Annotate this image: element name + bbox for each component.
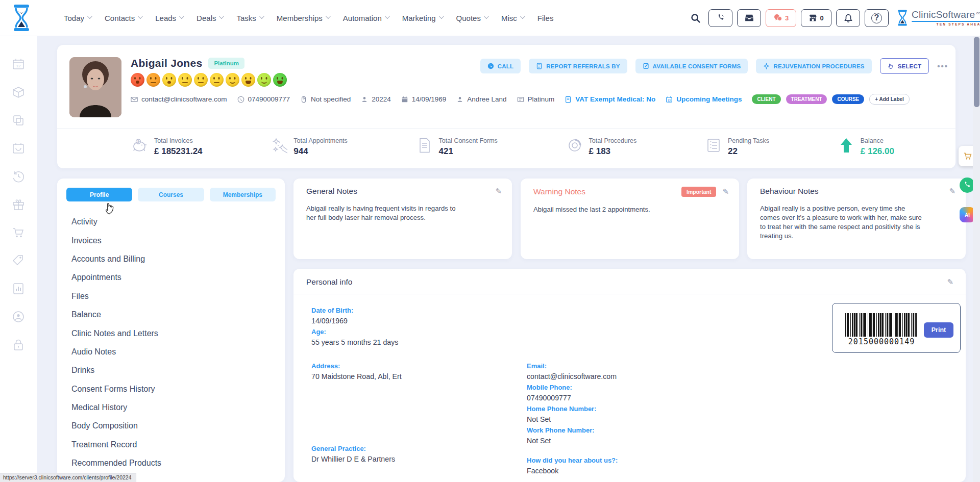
donut-chart-icon [567, 137, 583, 154]
account-icon[interactable] [11, 310, 26, 324]
nav-marketing[interactable]: Marketing [402, 14, 443, 22]
nav-tasks[interactable]: Tasks [236, 14, 262, 22]
client-photo[interactable] [69, 57, 121, 117]
upcoming-meetings-link[interactable]: 12 Upcoming Meetings [666, 95, 742, 103]
rejuvenation-button[interactable]: REJUVENATION PROCEDURES [756, 59, 871, 73]
client-email[interactable]: contact@clinicsoftware.com [131, 95, 227, 103]
edit-icon[interactable]: ✎ [947, 277, 953, 287]
package-icon[interactable] [11, 85, 26, 99]
call-button[interactable]: CALL [480, 59, 521, 73]
nav-contacts[interactable]: Contacts [105, 14, 141, 22]
mood-1[interactable] [131, 73, 144, 87]
report-icon[interactable] [11, 282, 26, 296]
mood-scale [131, 73, 287, 87]
link-preview-statusbar: https://server3.clinicsoftware.com/clien… [0, 473, 136, 482]
report-referrals-button[interactable]: REPORT REFERRALS BY [529, 59, 627, 73]
menu-item-activity[interactable]: Activity [71, 213, 285, 231]
nav-automation[interactable]: Automation [343, 14, 388, 22]
menu-item-invoices[interactable]: Invoices [71, 231, 285, 249]
menu-item-consent-forms-history[interactable]: Consent Forms History [71, 380, 285, 398]
menu-item-treatment-record[interactable]: Treatment Record [71, 436, 285, 454]
search-icon[interactable] [690, 13, 701, 23]
tab-memberships[interactable]: Memberships [210, 188, 276, 201]
scrollbar-thumb[interactable] [974, 37, 979, 107]
menu-item-medical-history[interactable]: Medical History [71, 398, 285, 417]
dialer-button[interactable] [708, 9, 732, 27]
more-actions-button[interactable]: ••• [937, 62, 948, 70]
hourglass-logo-icon [11, 4, 32, 32]
nav-today[interactable]: Today [64, 14, 91, 22]
select-button[interactable]: SELECT [880, 58, 929, 74]
menu-item-audio-notes[interactable]: Audio Notes [71, 343, 285, 361]
client-name: Abigail Jones [131, 57, 202, 69]
mood-7[interactable] [226, 73, 239, 87]
chevron-down-icon [138, 14, 143, 19]
store-button[interactable]: 0 [801, 9, 831, 27]
mood-10[interactable] [273, 73, 287, 87]
cart-icon[interactable] [11, 225, 26, 240]
notifications-button[interactable] [836, 9, 860, 27]
nav-files[interactable]: Files [537, 14, 554, 22]
nav-deals[interactable]: Deals [197, 14, 223, 22]
copy-icon[interactable] [11, 113, 26, 128]
menu-item-clinic-notes[interactable]: Clinic Notes and Letters [71, 324, 285, 342]
nav-quotes[interactable]: Quotes [456, 14, 487, 22]
top-icon-cluster: 3 0 ? ClinicSoftware.com TEN STEPS AHEAD [690, 0, 980, 36]
add-label-button[interactable]: + Add Label [869, 94, 910, 105]
nav-misc[interactable]: Misc [501, 14, 524, 22]
page-scrollbar[interactable] [973, 36, 980, 482]
client-phone[interactable]: 07490009777 [237, 95, 290, 103]
mood-8[interactable] [241, 73, 255, 87]
client-actions: CALL REPORT REFERRALS BY AVAILABLE CONSE… [480, 58, 948, 74]
mood-9[interactable] [257, 73, 271, 87]
client-dob[interactable]: 14/09/1969 [401, 95, 447, 103]
gift-icon[interactable] [11, 197, 26, 212]
label-client[interactable]: CLIENT [752, 94, 780, 104]
mood-3[interactable] [162, 73, 176, 87]
print-button[interactable]: Print [924, 322, 953, 338]
mood-4[interactable] [178, 73, 192, 87]
client-owner[interactable]: Andree Land [456, 95, 506, 103]
client-vat-status[interactable]: VAT Exempt Medical: No [565, 95, 655, 103]
tab-courses[interactable]: Courses [138, 188, 204, 201]
client-membership[interactable]: Platinum [517, 95, 555, 103]
calendar-icon[interactable]: 12 [11, 57, 26, 71]
calendar-icon [401, 96, 408, 103]
menu-item-body-composition[interactable]: Body Composition [71, 417, 285, 435]
menu-item-drinks[interactable]: Drinks [71, 361, 285, 379]
menu-item-balance[interactable]: Balance [71, 306, 285, 324]
work-phone-value: Not Set [527, 436, 731, 446]
menu-item-accounts-billing[interactable]: Accounts and Billing [71, 250, 285, 268]
mood-6[interactable] [210, 73, 224, 87]
inbox-button[interactable] [737, 9, 761, 27]
chevron-down-icon [439, 14, 444, 19]
nav-memberships[interactable]: Memberships [277, 14, 329, 22]
chevron-down-icon [385, 14, 390, 19]
menu-item-files[interactable]: Files [71, 287, 285, 306]
client-preference[interactable]: Not specified [300, 95, 351, 103]
help-button[interactable]: ? [865, 9, 889, 27]
brand-logo[interactable]: ClinicSoftware.com TEN STEPS AHEAD [896, 9, 980, 27]
mood-5[interactable] [194, 73, 208, 87]
app-logo[interactable] [8, 3, 35, 33]
mood-2[interactable] [146, 73, 160, 87]
nav-leads[interactable]: Leads [155, 14, 183, 22]
consent-forms-button[interactable]: AVAILABLE CONSENT FORMS [635, 59, 748, 73]
tab-profile[interactable]: Profile [66, 188, 132, 201]
menu-item-appointments[interactable]: Appointments [71, 268, 285, 287]
edit-icon[interactable]: ✎ [722, 187, 729, 196]
lock-icon[interactable] [11, 338, 26, 352]
history-icon[interactable] [11, 169, 26, 184]
booking-icon[interactable] [11, 141, 26, 156]
edit-icon[interactable]: ✎ [495, 187, 502, 196]
stat-pending-tasks: *** Pending Tasks22 [705, 137, 769, 157]
pointer-icon [888, 63, 894, 69]
edit-icon[interactable]: ✎ [949, 187, 955, 196]
label-treatment[interactable]: TREATMENT [786, 94, 827, 104]
menu-item-recommended-products[interactable]: Recommended Products [71, 454, 285, 472]
tag-icon[interactable] [11, 253, 26, 268]
portrait-image [69, 57, 121, 117]
client-id[interactable]: 20224 [361, 95, 391, 103]
chat-button[interactable]: 3 [766, 9, 796, 27]
label-course[interactable]: COURSE [832, 94, 864, 104]
